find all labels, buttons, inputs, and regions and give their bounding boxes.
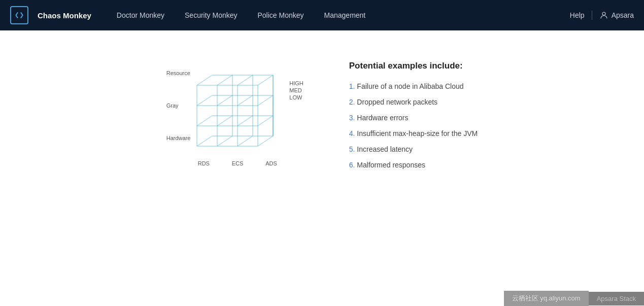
logo[interactable]	[10, 6, 28, 24]
footer: 云栖社区 yq.aliyun.com Apsara Stack	[504, 291, 644, 306]
cube-svg	[187, 65, 288, 156]
svg-line-16	[258, 95, 273, 106]
list-item: 4. Insufficient max-heap-size for the JV…	[349, 128, 478, 139]
list-item-num: 6.	[349, 161, 355, 169]
svg-line-11	[238, 75, 253, 85]
svg-line-19	[238, 116, 253, 126]
z-label-low: LOW	[289, 94, 303, 100]
svg-line-20	[258, 116, 273, 126]
svg-line-13	[197, 95, 212, 106]
list-item-text: Hardware errors	[357, 114, 408, 122]
list-item: 6. Malformed responses	[349, 160, 478, 171]
list-item-text: Insufficient max-heap-size for the JVM	[357, 129, 478, 138]
list-item: 1. Failure of a node in Alibaba Cloud	[349, 81, 478, 92]
list-item-text: Dropped network packets	[357, 98, 437, 106]
examples-section: Potential examples include: 1. Failure o…	[349, 61, 478, 171]
list-item: 3. Hardware errors	[349, 113, 478, 123]
navbar-nav: Doctor Monkey Security Monkey Police Mon…	[107, 0, 570, 30]
list-item-num: 3.	[349, 114, 355, 122]
list-item: 2. Dropped network packets	[349, 97, 478, 108]
footer-watermark: 云栖社区 yq.aliyun.com	[504, 291, 589, 306]
x-label-ecs: ECS	[232, 160, 244, 166]
svg-line-12	[258, 75, 273, 85]
svg-point-0	[602, 12, 605, 15]
z-label-high: HIGH	[289, 80, 303, 86]
x-label-ads: ADS	[265, 160, 277, 166]
y-label-hardware: Hardware	[166, 135, 191, 141]
svg-line-23	[238, 136, 253, 146]
sidebar-item-police-monkey[interactable]: Police Monkey	[248, 0, 314, 30]
list-item-num: 4.	[349, 129, 355, 138]
user-menu[interactable]: Apsara	[599, 11, 634, 20]
list-item-text: Increased latency	[357, 145, 413, 153]
user-name: Apsara	[612, 11, 634, 19]
svg-line-21	[197, 136, 212, 146]
examples-title: Potential examples include:	[349, 61, 478, 71]
x-axis-labels: RDS ECS ADS	[187, 160, 288, 166]
sidebar-item-doctor-monkey[interactable]: Doctor Monkey	[107, 0, 175, 30]
z-axis-labels: HIGH MED LOW	[289, 80, 303, 100]
list-item-text: Malformed responses	[357, 161, 425, 169]
examples-list: 1. Failure of a node in Alibaba Cloud 2.…	[349, 81, 478, 171]
cube-diagram: Resource Gray Hardware	[166, 65, 298, 166]
svg-line-15	[238, 95, 253, 106]
footer-brand: Apsara Stack	[589, 292, 644, 305]
svg-line-10	[217, 75, 232, 85]
main-content: Resource Gray Hardware	[0, 30, 644, 201]
svg-line-14	[217, 95, 232, 106]
navbar-right: Help Apsara	[570, 11, 634, 20]
help-link[interactable]: Help	[570, 11, 585, 19]
sidebar-item-security-monkey[interactable]: Security Monkey	[175, 0, 247, 30]
bracket-icon	[14, 10, 24, 20]
list-item-num: 1.	[349, 82, 355, 90]
list-item: 5. Increased latency	[349, 144, 478, 155]
sidebar-item-management[interactable]: Management	[314, 0, 376, 30]
svg-line-22	[217, 136, 232, 146]
y-label-resource: Resource	[166, 70, 191, 76]
svg-line-9	[197, 75, 212, 85]
z-label-med: MED	[289, 87, 303, 93]
user-icon	[599, 11, 608, 20]
y-axis-labels: Resource Gray Hardware	[166, 65, 191, 156]
list-item-num: 5.	[349, 145, 355, 153]
navbar-brand[interactable]: Chaos Monkey	[38, 11, 91, 20]
svg-line-24	[258, 136, 273, 146]
navbar-divider	[592, 11, 592, 20]
x-label-rds: RDS	[198, 160, 210, 166]
svg-line-17	[197, 116, 212, 126]
navbar: Chaos Monkey Doctor Monkey Security Monk…	[0, 0, 644, 30]
y-label-gray: Gray	[166, 103, 191, 109]
svg-line-18	[217, 116, 232, 126]
list-item-text: Failure of a node in Alibaba Cloud	[357, 82, 463, 90]
list-item-num: 2.	[349, 98, 355, 106]
